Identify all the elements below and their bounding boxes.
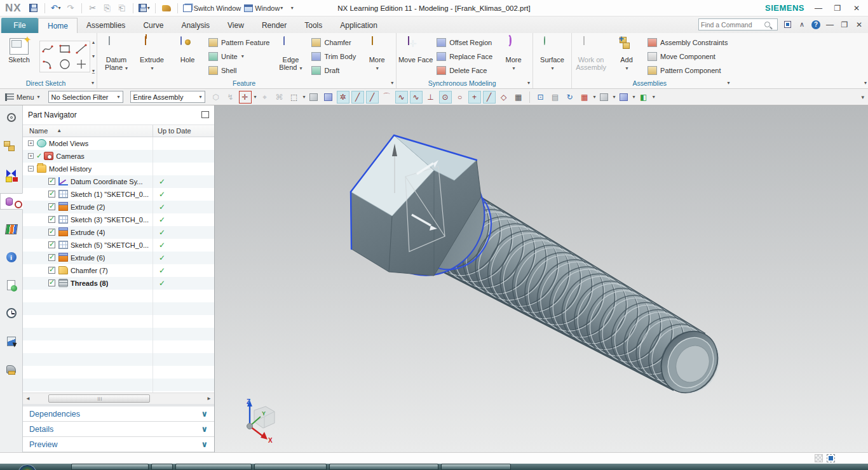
- tab-render[interactable]: Render: [253, 18, 295, 33]
- profile-tool-button[interactable]: [40, 41, 57, 57]
- cut-button[interactable]: ✂: [87, 3, 98, 14]
- select-body-icon[interactable]: ⬡: [210, 91, 222, 104]
- tile-windows-icon[interactable]: ▦: [578, 91, 591, 104]
- close-document-button[interactable]: ✕: [854, 20, 864, 29]
- point-tool-button[interactable]: [73, 57, 90, 72]
- snap-endpoint-icon[interactable]: ╱: [351, 91, 364, 104]
- tab-home[interactable]: Home: [38, 18, 78, 33]
- column-name[interactable]: Name: [23, 127, 48, 135]
- tree-column-header[interactable]: Name ▲ Up to Date: [23, 124, 214, 137]
- os-taskbar[interactable]: [0, 464, 868, 470]
- tree-row[interactable]: Extrude (6)✓: [23, 252, 214, 264]
- background-icon[interactable]: ▤: [549, 91, 562, 104]
- group-dialog-caret[interactable]: ▾: [727, 80, 729, 86]
- solid-body-icon[interactable]: [308, 91, 320, 104]
- horizontal-scrollbar[interactable]: ◄ ►: [23, 393, 214, 404]
- work-on-assembly-button[interactable]: Work on Assembly: [573, 34, 609, 79]
- snap-filter-icon[interactable]: ✛: [239, 91, 252, 104]
- section-details[interactable]: Details∨: [23, 422, 214, 437]
- rectangle-tool-button[interactable]: [57, 41, 73, 57]
- feature-checkbox[interactable]: [48, 241, 55, 248]
- window-menu-button[interactable]: Window▾: [244, 3, 283, 14]
- roles-gear-icon[interactable]: [2, 109, 21, 126]
- circle-tool-button[interactable]: [57, 57, 73, 72]
- feature-checkbox[interactable]: [48, 203, 55, 210]
- section-preview[interactable]: Preview∨: [23, 437, 214, 452]
- manufacturing-wizard-icon[interactable]: [2, 361, 21, 377]
- touch-select-icon[interactable]: ⌖: [259, 91, 271, 104]
- tree-row[interactable]: Sketch (3) "SKETCH_0...✓: [23, 213, 214, 226]
- edit-object-display-icon[interactable]: ◧: [637, 91, 650, 104]
- selection-filter-select[interactable]: No Selection Filter▾: [48, 91, 123, 103]
- tab-curve[interactable]: Curve: [134, 18, 172, 33]
- move-component-button[interactable]: Move Component: [644, 50, 731, 64]
- taskbar-button[interactable]: [254, 464, 327, 470]
- snap-grid-icon[interactable]: ▦: [512, 91, 525, 104]
- restore-document-button[interactable]: ❐: [839, 20, 850, 29]
- trim-body-button[interactable]: Trim Body: [308, 50, 359, 64]
- snap-tangent-icon[interactable]: ⊥: [424, 91, 437, 104]
- tree-expander[interactable]: −: [28, 166, 34, 171]
- section-dependencies[interactable]: Dependencies∨: [23, 406, 214, 422]
- customize-qat-button[interactable]: ▾: [286, 3, 297, 14]
- tree-expander[interactable]: +: [28, 153, 34, 159]
- assembly-constraints-button[interactable]: Assembly Constraints: [644, 36, 731, 50]
- start-orb-icon[interactable]: [18, 464, 37, 470]
- minimize-document-button[interactable]: —: [825, 20, 835, 29]
- taskbar-button[interactable]: [329, 464, 438, 470]
- hd3d-tools-icon[interactable]: i: [2, 249, 21, 265]
- feature-checkbox[interactable]: [48, 279, 55, 286]
- web-browser-icon[interactable]: [2, 277, 21, 293]
- repeat-command-button[interactable]: [161, 3, 172, 14]
- column-up-to-date[interactable]: Up to Date: [158, 127, 191, 135]
- scroll-right-arrow[interactable]: ►: [204, 396, 214, 401]
- minimize-button[interactable]: —: [813, 4, 824, 13]
- wcs-cube-icon[interactable]: [322, 91, 335, 104]
- selection-scope-select[interactable]: Entire Assembly▾: [130, 91, 205, 103]
- tree-row[interactable]: Chamfer (7)✓: [23, 264, 214, 277]
- feature-more-button[interactable]: More▾: [359, 34, 395, 79]
- tree-row[interactable]: −Model History: [23, 163, 214, 175]
- group-dialog-caret[interactable]: ▾: [527, 80, 530, 86]
- refresh-icon[interactable]: ↻: [564, 91, 576, 104]
- minimize-ribbon-button[interactable]: ∧: [797, 20, 807, 30]
- close-button[interactable]: ✕: [851, 4, 862, 13]
- tab-view[interactable]: View: [219, 18, 253, 33]
- tab-assemblies[interactable]: Assemblies: [78, 18, 134, 33]
- snap-quadrant-icon[interactable]: ○: [454, 91, 466, 104]
- snap-pole-icon[interactable]: ∿: [395, 91, 408, 104]
- palette-down-button[interactable]: ▾: [92, 53, 95, 59]
- orient-view-icon[interactable]: [618, 91, 630, 104]
- arc-tool-button[interactable]: [40, 57, 57, 72]
- toolbar-options-caret[interactable]: ▾: [861, 94, 864, 100]
- paste-button[interactable]: ⎗: [116, 3, 128, 14]
- redo-button[interactable]: ↷: [65, 3, 76, 14]
- surface-button[interactable]: Surface▾: [534, 34, 570, 79]
- group-dialog-caret[interactable]: ▾: [92, 80, 94, 86]
- sketch-button[interactable]: Sketch: [1, 34, 37, 79]
- tree-row[interactable]: Threads (8)✓: [23, 277, 214, 290]
- hole-button[interactable]: Hole: [170, 34, 205, 79]
- save-as-button[interactable]: ▾: [139, 3, 150, 14]
- render-style-icon[interactable]: [598, 91, 611, 104]
- history-icon[interactable]: [2, 305, 21, 321]
- pattern-component-button[interactable]: Pattern Component: [644, 64, 731, 77]
- tree-row[interactable]: Extrude (2)✓: [23, 201, 214, 213]
- part-navigator-icon[interactable]: [0, 193, 23, 210]
- palette-up-button[interactable]: ▴: [92, 39, 95, 45]
- feature-checkbox[interactable]: [48, 229, 55, 236]
- window-selection-icon[interactable]: [827, 454, 835, 462]
- snap-intersection-icon[interactable]: +: [468, 91, 481, 104]
- tree-row[interactable]: +✓Cameras: [23, 150, 214, 163]
- add-component-button[interactable]: Add▾: [609, 34, 644, 79]
- feature-checkbox[interactable]: [48, 267, 55, 274]
- snap-curve-icon[interactable]: ⌒: [381, 91, 393, 104]
- group-dialog-caret[interactable]: ▾: [391, 80, 393, 86]
- draft-button[interactable]: Draft: [308, 64, 359, 77]
- sync-more-button[interactable]: More▾: [496, 34, 531, 79]
- snap-point-on-face-icon[interactable]: ◇: [498, 91, 510, 104]
- taskbar-button[interactable]: [175, 464, 252, 470]
- tree-row[interactable]: Sketch (1) "SKETCH_0...✓: [23, 188, 214, 201]
- graphics-window[interactable]: Z X Y: [215, 105, 868, 452]
- unite-button[interactable]: Unite▾: [205, 50, 273, 64]
